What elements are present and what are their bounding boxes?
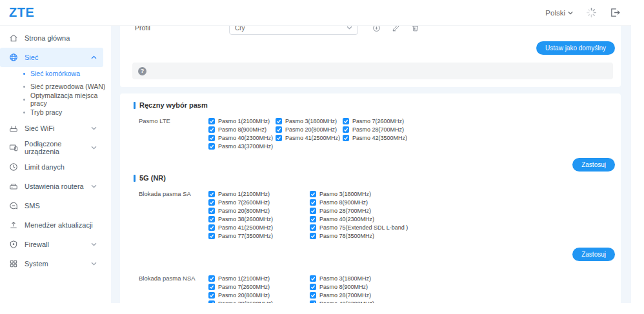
app-window: ZTE Polski xyxy=(0,0,631,303)
band-checkbox-item[interactable]: Pasmo 28(700MHz) xyxy=(310,291,411,299)
set-default-button[interactable]: Ustaw jako domyślny xyxy=(536,41,615,55)
chevron-down-icon xyxy=(347,26,352,30)
sidebar-subitem-work-mode[interactable]: Tryb pracy xyxy=(0,106,111,119)
band-label: Pasmo 43(3700MHz) xyxy=(218,143,273,150)
band-label: Pasmo 20(800MHz) xyxy=(218,292,270,299)
checkbox-checked-icon[interactable] xyxy=(208,216,215,222)
checkbox-checked-icon[interactable] xyxy=(208,224,215,231)
checkbox-checked-icon[interactable] xyxy=(208,208,215,214)
checkbox-checked-icon[interactable] xyxy=(310,216,316,222)
band-checkbox-item[interactable]: Pasmo 20(800MHz) xyxy=(276,125,343,133)
sidebar-item-connected-devices[interactable]: Podłączone urządzenia xyxy=(0,138,103,157)
profile-select[interactable]: Cry xyxy=(229,26,358,35)
chevron-down-icon xyxy=(91,242,97,246)
band-checkbox-item[interactable]: Pasmo 75(Extended SDL L-band ) xyxy=(310,223,411,231)
band-checkbox-item[interactable]: Pasmo 8(900MHz) xyxy=(310,198,411,206)
checkbox-checked-icon[interactable] xyxy=(310,191,316,197)
apply-sa-button[interactable]: Zastosuj xyxy=(572,248,615,261)
band-checkbox-item[interactable]: Pasmo 3(1800MHz) xyxy=(310,274,411,282)
band-checkbox-item[interactable]: Pasmo 20(800MHz) xyxy=(208,291,310,299)
band-checkbox-item[interactable]: Pasmo 78(3500MHz) xyxy=(310,231,411,240)
delete-icon[interactable] xyxy=(411,26,419,32)
checkbox-checked-icon[interactable] xyxy=(310,208,316,214)
band-checkbox-item[interactable]: Pasmo 20(800MHz) xyxy=(208,206,310,215)
nsa-band-grid: Pasmo 1(2100MHz) Pasmo 3(1800MHz) Pasmo … xyxy=(208,274,411,303)
band-checkbox-item[interactable]: Pasmo 1(2100MHz) xyxy=(208,274,310,282)
band-checkbox-item[interactable]: Pasmo 42(3500MHz) xyxy=(343,133,410,142)
checkbox-checked-icon[interactable] xyxy=(208,126,215,133)
band-checkbox-item[interactable]: Pasmo 41(2500MHz) xyxy=(276,133,343,142)
sidebar-item-label: Limit danych xyxy=(25,163,65,171)
main-content: Profil Cry Ustaw jako domyślny ? xyxy=(111,26,631,303)
band-checkbox-item[interactable]: Pasmo 3(1800MHz) xyxy=(310,190,411,198)
checkbox-checked-icon[interactable] xyxy=(343,118,349,124)
band-checkbox-item[interactable]: Pasmo 40(2300MHz) xyxy=(310,299,411,303)
refresh-spinner-icon[interactable] xyxy=(586,7,597,18)
checkbox-checked-icon[interactable] xyxy=(343,126,349,133)
edit-icon[interactable] xyxy=(392,26,400,32)
band-checkbox-item[interactable]: Pasmo 40(2300MHz) xyxy=(310,215,411,223)
checkbox-checked-icon[interactable] xyxy=(208,199,215,206)
band-checkbox-item[interactable]: Pasmo 3(1800MHz) xyxy=(276,117,343,125)
checkbox-checked-icon[interactable] xyxy=(276,118,282,124)
checkbox-checked-icon[interactable] xyxy=(276,135,282,141)
checkbox-checked-icon[interactable] xyxy=(310,284,316,290)
checkbox-checked-icon[interactable] xyxy=(310,199,316,206)
band-checkbox-item[interactable]: Pasmo 40(2300MHz) xyxy=(208,133,276,142)
sidebar-item-sms[interactable]: SMS xyxy=(0,196,103,215)
band-checkbox-item[interactable]: Pasmo 7(2600MHz) xyxy=(208,198,310,206)
checkbox-checked-icon[interactable] xyxy=(208,118,215,124)
band-label: Pasmo 20(800MHz) xyxy=(285,126,337,133)
sidebar-item-update-manager[interactable]: Menedżer aktualizacji xyxy=(0,215,103,235)
band-checkbox-item[interactable]: Pasmo 7(2600MHz) xyxy=(208,282,310,291)
language-label: Polski xyxy=(545,9,565,17)
sidebar-item-router-settings[interactable]: Ustawienia routera xyxy=(0,177,103,196)
checkbox-checked-icon[interactable] xyxy=(310,292,316,299)
band-checkbox-item[interactable]: Pasmo 77(3500MHz) xyxy=(208,231,310,240)
checkbox-checked-icon[interactable] xyxy=(276,126,282,133)
chevron-up-icon xyxy=(91,55,97,59)
checkbox-checked-icon[interactable] xyxy=(310,275,316,282)
sidebar-item-firewall[interactable]: Firewall xyxy=(0,235,103,254)
sidebar-subitem-label: Tryb pracy xyxy=(30,108,62,116)
checkbox-checked-icon[interactable] xyxy=(208,300,215,304)
band-checkbox-item[interactable]: Pasmo 1(2100MHz) xyxy=(208,117,276,125)
sidebar-item-system[interactable]: System xyxy=(0,254,103,273)
checkbox-checked-icon[interactable] xyxy=(208,191,215,197)
checkbox-checked-icon[interactable] xyxy=(310,300,316,304)
band-checkbox-item[interactable]: Pasmo 38(2600MHz) xyxy=(208,215,310,223)
checkbox-checked-icon[interactable] xyxy=(310,224,316,231)
checkbox-checked-icon[interactable] xyxy=(208,143,215,150)
checkbox-checked-icon[interactable] xyxy=(208,233,215,239)
profile-card: Profil Cry Ustaw jako domyślny ? xyxy=(120,26,621,87)
band-checkbox-item[interactable]: Pasmo 38(2600MHz) xyxy=(208,299,310,303)
checkbox-checked-icon[interactable] xyxy=(208,275,215,282)
band-checkbox-item[interactable]: Pasmo 43(3700MHz) xyxy=(208,142,276,150)
band-checkbox-item[interactable]: Pasmo 41(2500MHz) xyxy=(208,223,310,231)
band-label: Pasmo 8(900MHz) xyxy=(319,199,368,206)
checkbox-checked-icon[interactable] xyxy=(310,233,316,239)
checkbox-checked-icon[interactable] xyxy=(208,135,215,141)
sidebar-subitem-workplace-optimization[interactable]: Optymalizacja miejsca pracy xyxy=(0,93,111,106)
band-checkbox-item[interactable]: Pasmo 8(900MHz) xyxy=(208,125,276,133)
checkbox-checked-icon[interactable] xyxy=(343,135,349,141)
band-checkbox-item[interactable]: Pasmo 8(900MHz) xyxy=(310,282,411,291)
logout-icon[interactable] xyxy=(610,7,621,18)
sidebar-subitem-wan[interactable]: Sieć przewodowa (WAN) xyxy=(0,80,111,93)
sidebar-item-wifi[interactable]: Sieć WiFi xyxy=(0,119,103,138)
sidebar: Strona główna Sieć Sieć komórkowa Sieć p… xyxy=(0,26,111,303)
apply-lte-button[interactable]: Zastosuj xyxy=(572,158,615,172)
band-checkbox-item[interactable]: Pasmo 28(700MHz) xyxy=(343,125,410,133)
language-selector[interactable]: Polski xyxy=(545,9,573,17)
band-checkbox-item[interactable]: Pasmo 7(2600MHz) xyxy=(343,117,410,125)
band-checkbox-item[interactable]: Pasmo 1(2100MHz) xyxy=(208,190,310,198)
checkbox-checked-icon[interactable] xyxy=(208,292,215,299)
sidebar-item-home[interactable]: Strona główna xyxy=(0,28,103,48)
sidebar-item-network[interactable]: Sieć xyxy=(0,48,103,67)
checkbox-checked-icon[interactable] xyxy=(208,284,215,290)
sidebar-subitem-cellular[interactable]: Sieć komórkowa xyxy=(0,67,111,80)
help-icon[interactable]: ? xyxy=(138,67,146,75)
add-profile-icon[interactable] xyxy=(372,26,381,32)
band-checkbox-item[interactable]: Pasmo 28(700MHz) xyxy=(310,206,411,215)
sidebar-item-data-limit[interactable]: Limit danych xyxy=(0,157,103,177)
